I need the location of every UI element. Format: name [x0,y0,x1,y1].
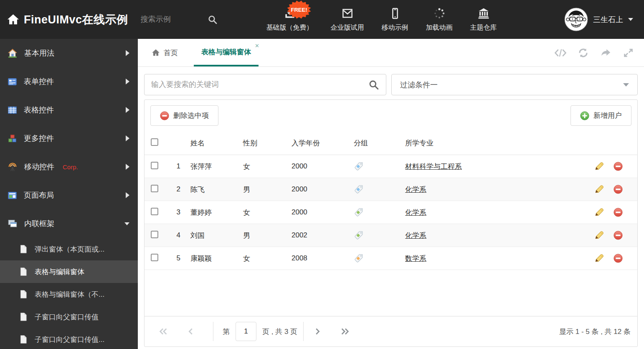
nav-item[interactable]: 主题仓库 [468,7,499,32]
avatar [564,8,588,31]
table-row: 1张萍萍女2000材料科学与工程系 [145,155,637,178]
sidebar: 基本用法表单控件表格控件更多控件移动控件Corp.页面布局内联框架弹出窗体（本页… [0,39,138,349]
next-page-icon[interactable] [313,327,322,336]
search-icon[interactable] [208,15,218,25]
pagination: 第 页 , 共 3 页 显示 1 - 5 条 , 共 12 条 [145,316,637,346]
sidebar-subitem[interactable]: 表格与编辑窗体（不... [0,283,138,306]
delete-icon[interactable] [614,254,623,263]
page: FineUIMvc在线示例 基础版（免费）企业版试用移动示例加载动画主题仓库 F… [0,0,644,349]
tab-home[interactable]: 首页 [144,39,185,66]
tab-home-label: 首页 [164,48,178,58]
sidebar-item[interactable]: 表格控件 [0,96,138,124]
row-index: 5 [168,254,186,262]
first-page-icon[interactable] [158,327,169,336]
fullscreen-icon[interactable] [623,47,634,59]
keyword-search-input[interactable] [151,80,368,89]
major-link[interactable]: 材料科学与工程系 [405,163,462,171]
tag-icon [354,253,401,263]
chevron-right-icon [126,192,129,198]
edit-icon[interactable] [593,253,604,264]
major-link[interactable]: 化学系 [405,186,426,194]
user-menu[interactable]: 三生石上 [564,8,644,31]
major-link[interactable]: 化学系 [405,232,426,239]
record-summary: 显示 1 - 5 条 , 共 12 条 [559,327,637,336]
cell-name: 刘国 [186,231,239,240]
row-checkbox[interactable] [151,208,158,215]
cell-gender: 男 [239,185,287,194]
cell-name: 陈飞 [186,185,239,194]
tab-grid-editor[interactable]: 表格与编辑窗体 ✕ [194,39,259,66]
cell-year: 2008 [287,254,350,262]
sidebar-item[interactable]: 内联框架 [0,209,138,238]
form-icon [8,77,17,87]
edit-icon[interactable] [593,207,604,218]
delete-icon[interactable] [614,231,623,240]
row-checkbox[interactable] [151,162,158,169]
sidebar-subitem[interactable]: 弹出窗体（本页面或... [0,238,138,260]
tag-icon [354,184,401,194]
cell-year: 2002 [287,231,350,239]
app-title: FineUIMvc在线示例 [24,12,128,27]
filter-select-value: 过滤条件一 [400,80,438,90]
sidebar-subitem[interactable]: 子窗口向父窗口传值 [0,306,138,328]
filter-select[interactable]: 过滤条件一 [391,74,638,95]
sidebar-subitem[interactable]: 表格与编辑窗体 [0,260,138,283]
sidebar-subitem[interactable]: 子窗口向父窗口传值... [0,328,138,349]
sidebar-item[interactable]: 更多控件 [0,124,138,153]
row-checkbox[interactable] [151,231,158,238]
column-header: 所学专业 [401,138,575,148]
nav-item[interactable]: 加载动画 [423,7,455,32]
nav-item[interactable]: 企业版试用 [328,7,367,32]
major-link[interactable]: 数学系 [405,255,426,262]
row-checkbox[interactable] [151,254,158,261]
cell-name: 张萍萍 [186,162,239,171]
cubes-icon [8,134,17,143]
delete-icon[interactable] [614,162,623,171]
last-page-icon[interactable] [340,327,350,336]
delete-icon[interactable] [614,208,623,217]
edit-icon[interactable] [593,184,604,195]
forward-icon[interactable] [600,47,612,59]
tab-active-label: 表格与编辑窗体 [201,47,251,57]
sidebar-item[interactable]: 移动控件Corp. [0,153,138,181]
page-prefix: 第 [223,327,230,336]
edit-icon[interactable] [593,230,604,241]
row-index: 1 [168,162,186,171]
bank-icon [477,7,490,20]
code-icon[interactable] [554,48,567,58]
caret-down-icon [124,222,129,225]
refresh-icon[interactable] [578,47,589,59]
delete-icon[interactable] [614,185,623,194]
delete-selected-button[interactable]: 删除选中项 [150,105,218,126]
chevron-right-icon [126,79,129,84]
row-index: 2 [168,185,186,194]
frames-icon [8,219,18,229]
page-number-input[interactable] [236,322,256,341]
tab-bar: 首页 表格与编辑窗体 ✕ [138,39,644,67]
header-search-input[interactable] [141,15,208,24]
home-icon [7,13,20,26]
search-icon[interactable] [368,79,379,90]
free-badge: FREE! [286,0,312,20]
prev-page-icon[interactable] [186,327,195,336]
table-row: 3董婷婷女2000化学系 [145,201,637,224]
close-icon[interactable]: ✕ [255,43,259,49]
cell-name: 康颖颖 [186,254,239,263]
nav-item[interactable]: 移动示例 [379,7,411,32]
sidebar-item[interactable]: 基本用法 [0,39,138,67]
table-row: 5康颖颖女2008数学系 [145,247,637,270]
edit-icon[interactable] [593,161,604,172]
row-index: 4 [168,231,186,239]
sidebar-item[interactable]: 页面布局 [0,181,138,209]
sidebar-item[interactable]: 表单控件 [0,67,138,96]
select-all-checkbox[interactable] [151,138,158,146]
envelope-icon [341,7,354,20]
keyword-search [144,74,386,95]
user-name: 三生石上 [593,15,623,25]
delete-icon [160,111,169,120]
major-link[interactable]: 化学系 [405,209,426,217]
add-user-button[interactable]: 新增用户 [570,105,631,126]
row-checkbox[interactable] [151,185,158,192]
file-icon [19,245,28,254]
row-index: 3 [168,208,186,217]
